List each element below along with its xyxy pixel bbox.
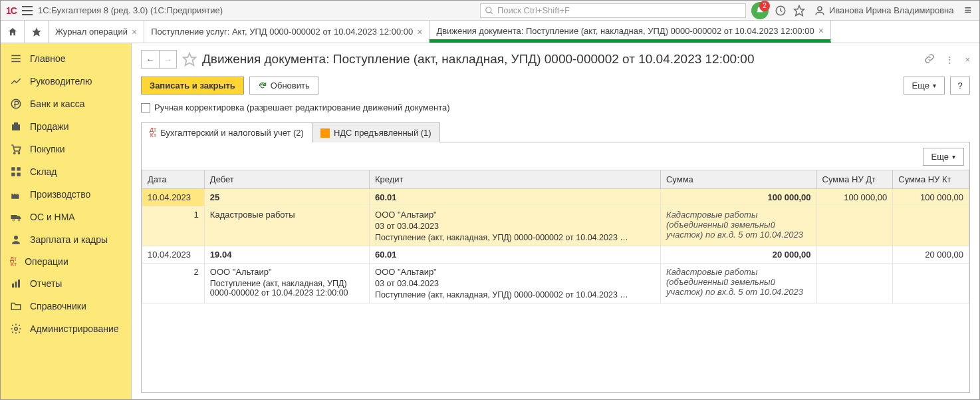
help-button[interactable]: ? [950,77,970,95]
tab-movements[interactable]: Движения документа: Поступление (акт, на… [429,21,830,43]
vat-icon [320,128,330,138]
sidebar-item-reports[interactable]: Отчеты [1,272,131,295]
app-menu-icon[interactable]: ≡ [961,3,974,17]
tab-label: НДС предъявленный (1) [334,128,431,138]
sidebar-item-payroll[interactable]: Зарплата и кадры [1,228,131,251]
home-icon [7,27,18,37]
sidebar-item-production[interactable]: Производство [1,183,131,206]
sidebar-item-operations[interactable]: ДтКтОперации [1,251,131,272]
tab-vat[interactable]: НДС предъявленный (1) [312,122,440,142]
close-icon[interactable]: × [132,27,137,37]
col-debit[interactable]: Дебет [204,170,369,189]
nav-back-button[interactable]: ← [142,51,159,68]
button-label: Еще [931,152,949,162]
history-icon[interactable] [774,4,787,17]
person-icon [10,234,22,246]
search-input[interactable]: Поиск Ctrl+Shift+F [480,3,746,18]
more-button[interactable]: Еще▾ [904,77,945,95]
col-credit[interactable]: Кредит [370,170,661,189]
notifications-button[interactable]: 2 [751,2,769,19]
svg-rect-15 [17,167,21,170]
manual-edit-checkbox[interactable] [141,103,150,112]
cell-sum-nu-kt: 100 000,00 [893,189,969,206]
cell-debit-acc: 19.04 [204,246,369,264]
tab-label: Движения документа: Поступление (акт, на… [436,26,814,36]
svg-rect-23 [15,282,17,288]
tab-accounting[interactable]: ДтКт Бухгалтерский и налоговый учет (2) [141,122,312,142]
logo-1c: 1С [6,5,17,16]
svg-point-4 [818,7,822,11]
table-more-button[interactable]: Еще▾ [923,148,964,166]
tab-journal[interactable]: Журнал операций × [49,21,144,43]
refresh-button[interactable]: Обновить [249,77,318,95]
toolbar: Записать и закрыть Обновить Еще▾ ? [141,77,970,95]
chevron-down-icon: ▾ [933,82,936,89]
user-menu[interactable]: Иванова Ирина Владимировна [811,5,957,17]
col-sum-nu-kt[interactable]: Сумма НУ Кт [893,170,969,189]
favorites-tab[interactable] [25,21,49,43]
sidebar-item-warehouse[interactable]: Склад [1,160,131,183]
cell-sum-nu-dt [816,246,893,264]
cell-sum: 20 000,00 [660,246,816,264]
search-icon [485,6,494,15]
bars-icon [10,278,22,290]
close-icon[interactable]: × [965,55,970,65]
close-icon[interactable]: × [818,25,824,36]
search-placeholder: Поиск Ctrl+Shift+F [497,5,570,15]
sidebar-item-admin[interactable]: Администрирование [1,317,131,340]
sidebar-label: Покупки [30,144,65,154]
sidebar-item-assets[interactable]: ОС и НМА [1,206,131,228]
save-close-button[interactable]: Записать и закрыть [141,77,244,95]
subline: Поступление (акт, накладная, УПД) 0000-0… [375,288,655,300]
link-icon[interactable] [924,53,935,66]
kebab-icon[interactable]: ⋮ [945,55,954,65]
manual-edit-label: Ручная корректировка (разрешает редактир… [154,102,450,112]
notification-badge: 2 [759,1,770,11]
table-row[interactable]: 2 ООО "Альтаир" Поступление (акт, наклад… [142,264,969,303]
title-row: ← → Движения документа: Поступление (акт… [141,50,970,69]
sidebar-label: ОС и НМА [30,212,75,222]
table-header-row: Дата Дебет Кредит Сумма Сумма НУ Дт Сумм… [142,170,969,189]
sidebar-label: Отчеты [30,278,62,289]
sidebar-item-catalogs[interactable]: Справочники [1,295,131,317]
hamburger-icon[interactable] [22,6,33,15]
close-icon[interactable]: × [417,27,422,37]
cart-icon [10,143,22,155]
col-sum-nu-dt[interactable]: Сумма НУ Дт [816,170,893,189]
table-row[interactable]: 10.04.2023 19.04 60.01 20 000,00 20 000,… [142,246,969,264]
home-tab[interactable] [1,21,25,43]
cell-sum-nu-dt: 100 000,00 [816,189,893,206]
tab-label: Поступление услуг: Акт, УПД 0000-000002 … [151,27,413,37]
sidebar-label: Продажи [30,121,68,132]
col-sum[interactable]: Сумма [660,170,816,189]
subline: 03 от 03.04.2023 [375,277,655,288]
sidebar-item-manager[interactable]: Руководителю [1,70,131,93]
truck-icon [10,211,22,223]
sidebar-label: Главное [30,53,66,64]
subline: ООО "Альтаир" [375,267,655,277]
sidebar-item-bank[interactable]: Банк и касса [1,93,131,115]
cell-desc: Кадастровые работы (объединенный земельн… [660,264,816,303]
star-icon[interactable] [793,4,806,17]
sidebar-item-sales[interactable]: Продажи [1,115,131,138]
sidebar-label: Зарплата и кадры [30,234,108,245]
tab-label: Журнал операций [55,27,128,37]
tab-label: Бухгалтерский и налоговый учет (2) [160,128,304,138]
col-date[interactable]: Дата [142,170,205,189]
sidebar-item-purchases[interactable]: Покупки [1,138,131,160]
sidebar-label: Операции [25,256,68,267]
favorite-star-icon[interactable] [182,52,197,67]
user-name: Иванова Ирина Владимировна [829,5,954,15]
cell-row-num: 1 [142,206,205,246]
svg-rect-14 [11,167,15,170]
svg-point-21 [14,236,18,240]
tab-receipt[interactable]: Поступление услуг: Акт, УПД 0000-000002 … [144,21,429,43]
svg-line-1 [491,11,493,13]
document-tabs: Журнал операций × Поступление услуг: Акт… [1,21,979,43]
user-icon [814,5,826,17]
table-row[interactable]: 10.04.2023 25 60.01 100 000,00 100 000,0… [142,189,969,206]
sidebar-item-main[interactable]: Главное [1,47,131,70]
sidebar-label: Руководителю [30,76,92,87]
table-row[interactable]: 1 Кадастровые работы ООО "Альтаир" 03 от… [142,206,969,246]
chart-icon [10,75,22,87]
